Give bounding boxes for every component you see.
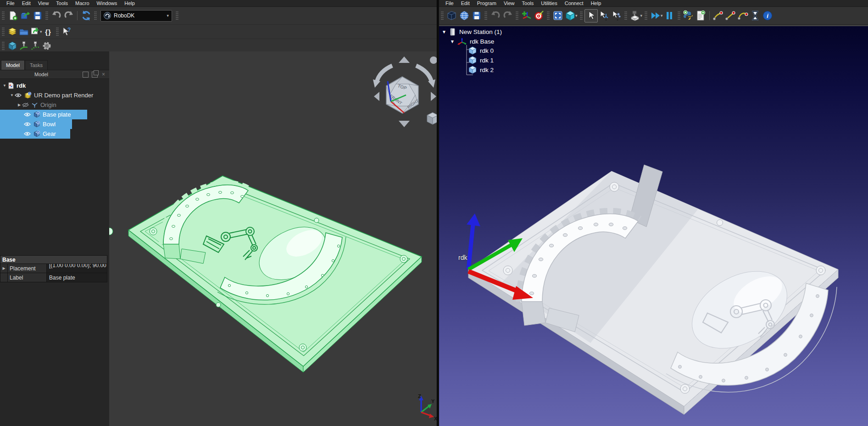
robot-path-dotted-button[interactable] [29, 40, 41, 52]
open-document-button[interactable] [19, 10, 31, 22]
expander-open-icon[interactable]: ▼ [450, 39, 457, 44]
save-station-button[interactable] [470, 10, 483, 22]
undo-button-disabled[interactable] [489, 10, 501, 22]
toolbar-grip[interactable] [2, 11, 5, 20]
check-collisions-hourglass-button[interactable] [749, 10, 762, 22]
add-target-button[interactable] [533, 10, 545, 22]
freecad-3d-viewport[interactable]: TOP FRONT RIGHT Z Y [109, 51, 437, 426]
menu-tools[interactable]: Tools [52, 0, 72, 6]
isometric-view-button[interactable] [564, 10, 576, 22]
expander-open-icon[interactable]: ▼ [9, 93, 15, 97]
open-folder-button[interactable] [18, 26, 29, 38]
menu-help[interactable]: Help [121, 0, 139, 6]
toolbar-grip[interactable] [2, 27, 5, 36]
menu-tools[interactable]: Tools [518, 0, 538, 6]
expander-open-icon[interactable]: ▼ [2, 84, 7, 88]
save-button[interactable] [31, 10, 44, 22]
move-circular-button[interactable] [737, 10, 749, 22]
about-info-button[interactable]: i [762, 10, 774, 22]
frame-label[interactable]: rdk [458, 254, 467, 261]
menu-windows[interactable]: Windows [93, 0, 121, 6]
toolbar-grip[interactable] [176, 11, 178, 20]
undo-button[interactable] [50, 10, 62, 22]
macro-button[interactable]: {} [43, 26, 54, 38]
tree-item-rdk-0[interactable]: rdk 0 [468, 46, 494, 55]
tab-tasks[interactable]: Tasks [25, 60, 48, 70]
tree-item-rdk-1[interactable]: rdk 1 [468, 56, 494, 64]
fit-all-button[interactable] [551, 10, 564, 22]
expander-open-icon[interactable]: ▼ [442, 29, 449, 34]
property-row-placement[interactable]: ▶ Placement [(1.00 0.00 0.00); 90.00 ... [0, 264, 107, 273]
chevron-down-icon[interactable]: ▾ [640, 13, 643, 18]
menu-help[interactable]: Help [587, 0, 605, 6]
tree-item-base-plate[interactable]: Base plate [0, 110, 109, 119]
move-reference-cursor-button[interactable] [598, 10, 610, 22]
property-group-header[interactable]: Base [0, 255, 107, 264]
toolbar-grip[interactable] [94, 11, 97, 20]
menu-macro[interactable]: Macro [72, 0, 93, 6]
menu-file[interactable]: File [3, 0, 18, 6]
property-value[interactable]: [(1.00 0.00 0.00); 90.00 ... [47, 264, 107, 273]
redo-button[interactable] [62, 10, 75, 22]
workbench-selector[interactable]: RoboDK ▾ [100, 10, 172, 22]
toolbar-grip[interactable] [45, 11, 48, 20]
expander-closed-icon[interactable]: ▶ [17, 103, 22, 107]
navigation-cube[interactable]: TOP FRONT RIGHT [372, 53, 437, 131]
settings-gear-button[interactable] [41, 40, 52, 52]
add-reference-frame-button[interactable] [520, 10, 533, 22]
menu-connect[interactable]: Connect [561, 0, 587, 6]
toolbar-grip[interactable] [547, 11, 550, 20]
toolbar-grip[interactable] [2, 41, 5, 50]
move-linear-button[interactable] [724, 10, 737, 22]
property-row-label[interactable]: Label Base plate [0, 273, 107, 282]
robodk-3d-viewport[interactable]: rdk ▼ New Station (1) ▼ [439, 25, 868, 426]
tree-item-gear[interactable]: Gear [0, 129, 109, 139]
chevron-down-icon[interactable]: ▾ [575, 13, 578, 18]
add-python-script-button[interactable] [682, 10, 695, 22]
expander-closed-icon[interactable]: ▶ [0, 264, 8, 273]
redo-button-disabled[interactable] [501, 10, 514, 22]
menu-utilities[interactable]: Utilities [537, 0, 561, 6]
toolbar-grip[interactable] [678, 11, 680, 20]
export-button[interactable] [29, 26, 41, 38]
toolbar-grip[interactable] [484, 11, 487, 20]
menu-file[interactable]: File [442, 0, 457, 6]
tree-item-station[interactable]: ▼ New Station (1) [442, 28, 502, 36]
dock-minimize-icon[interactable] [83, 72, 89, 78]
select-cursor-button-active[interactable] [584, 9, 598, 22]
menu-view[interactable]: View [34, 0, 53, 6]
menu-edit[interactable]: Edit [18, 0, 34, 6]
chevron-down-icon[interactable]: ▾ [661, 13, 663, 18]
tree-item-origin[interactable]: ▶ Origin [0, 100, 109, 110]
tree-item-base-frame[interactable]: ▼ rdk Base [450, 37, 494, 45]
whats-this-button[interactable]: ? [61, 26, 72, 38]
machining-project-button[interactable] [629, 10, 641, 22]
add-program-button[interactable] [695, 10, 707, 22]
open-file-button[interactable] [445, 10, 458, 22]
tree-item-bowl[interactable]: Bowl [0, 119, 109, 129]
tree-item-group[interactable]: ▼ UR Demo part Render [0, 90, 109, 100]
toolbar-grip[interactable] [580, 11, 583, 20]
menu-view[interactable]: View [500, 0, 518, 6]
run-fast-button[interactable] [649, 10, 662, 22]
dock-float-icon[interactable] [92, 72, 98, 78]
chevron-down-icon[interactable]: ▾ [40, 29, 42, 34]
move-joint-button[interactable] [712, 10, 724, 22]
toolbar-grip[interactable] [645, 11, 647, 20]
tree-item-document[interactable]: ▼ rdk [0, 81, 109, 90]
new-document-button[interactable] [6, 10, 19, 22]
isometric-cube-button[interactable] [6, 40, 18, 52]
tab-model[interactable]: Model [1, 60, 25, 70]
tree-item-rdk-2[interactable]: rdk 2 [468, 66, 494, 74]
refresh-button[interactable] [80, 10, 92, 22]
dock-close-icon[interactable]: × [101, 72, 106, 77]
menu-edit[interactable]: Edit [457, 0, 473, 6]
move-robot-cursor-button[interactable] [610, 10, 623, 22]
toolbar-grip[interactable] [624, 11, 627, 20]
robot-path-button[interactable] [18, 40, 29, 52]
pause-button[interactable] [663, 10, 676, 22]
load-part-button[interactable] [6, 26, 18, 38]
toolbar-grip[interactable] [56, 27, 59, 36]
menu-program[interactable]: Program [473, 0, 500, 6]
online-library-button[interactable] [458, 10, 470, 22]
